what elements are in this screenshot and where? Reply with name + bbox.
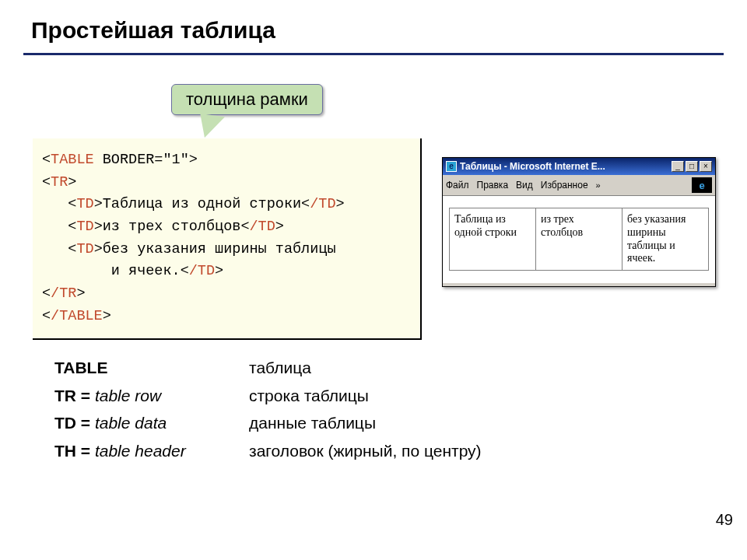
code-block: <TABLE BORDER="1"> <TR> <TD>Таблица из о… bbox=[33, 138, 422, 340]
browser-titlebar: e Таблицы - Microsoft Internet E... _ □ … bbox=[443, 158, 715, 175]
def-desc-1: строка таблицы bbox=[249, 382, 369, 410]
code-cell-1: Таблица из одной строки bbox=[103, 196, 301, 212]
attr-border: BORDER="1" bbox=[94, 152, 189, 168]
browser-window: e Таблицы - Microsoft Internet E... _ □ … bbox=[442, 157, 716, 287]
browser-statusbar bbox=[443, 282, 715, 286]
def-term-1: TR = bbox=[54, 387, 90, 404]
menu-edit[interactable]: Правка bbox=[477, 180, 509, 191]
slide-title: Простейшая таблица bbox=[31, 17, 275, 44]
maximize-button[interactable]: □ bbox=[686, 161, 698, 172]
list-item: TD = table data данные таблицы bbox=[54, 409, 482, 437]
window-buttons: _ □ × bbox=[672, 161, 712, 172]
def-term-2: TD = bbox=[54, 414, 90, 432]
close-button[interactable]: × bbox=[700, 161, 712, 172]
browser-viewport: Таблица из одной строки из трех столбцов… bbox=[443, 196, 715, 282]
menu-favorites[interactable]: Избранное bbox=[541, 180, 588, 191]
menu-more-icon[interactable]: » bbox=[596, 180, 601, 190]
table-cell-1: Таблица из одной строки bbox=[450, 208, 536, 271]
list-item: TR = table row строка таблицы bbox=[54, 382, 482, 410]
browser-menubar: Файл Правка Вид Избранное » e bbox=[443, 175, 715, 196]
title-rule bbox=[23, 53, 724, 55]
tag-td-open-2: TD bbox=[76, 219, 93, 235]
tag-td-close-2: /TD bbox=[250, 219, 275, 235]
tag-td-close-3: /TD bbox=[189, 263, 215, 279]
browser-title: Таблицы - Microsoft Internet E... bbox=[460, 161, 672, 172]
def-desc-2: данные таблицы bbox=[249, 409, 376, 437]
def-term-3: TH = bbox=[54, 442, 90, 460]
tag-td-open-1: TD bbox=[76, 196, 93, 212]
def-ital-3: table header bbox=[90, 442, 186, 460]
tag-td-close-1: /TD bbox=[310, 196, 335, 212]
callout-tail bbox=[197, 114, 225, 140]
code-cell-2: из трех столбцов bbox=[103, 219, 241, 235]
def-ital-1: table row bbox=[90, 387, 161, 404]
table-row: Таблица из одной строки из трех столбцов… bbox=[450, 208, 709, 271]
menu-view[interactable]: Вид bbox=[516, 180, 533, 191]
list-item: TH = table header заголовок (жирный, по … bbox=[54, 437, 482, 465]
ie-logo-icon: e bbox=[692, 177, 712, 193]
def-ital-2: table data bbox=[90, 414, 167, 432]
def-term-0: TABLE bbox=[54, 359, 107, 376]
def-desc-3: заголовок (жирный, по центру) bbox=[249, 437, 482, 465]
ie-icon: e bbox=[446, 161, 457, 172]
code-cell-3b: и ячеек. bbox=[111, 263, 181, 279]
tag-tr-open: TR bbox=[51, 174, 68, 191]
tag-td-open-3: TD bbox=[76, 241, 93, 257]
code-cell-3a: без указания ширины таблицы bbox=[103, 241, 336, 257]
list-item: TABLE таблица bbox=[54, 354, 482, 382]
callout-border-width: толщина рамки bbox=[171, 84, 323, 115]
definitions-list: TABLE таблица TR = table row строка табл… bbox=[54, 354, 482, 465]
page-number: 49 bbox=[716, 511, 733, 529]
menu-file[interactable]: Файл bbox=[446, 180, 469, 191]
tag-tr-close: /TR bbox=[51, 285, 76, 302]
tag-table-open: TABLE bbox=[51, 152, 94, 168]
minimize-button[interactable]: _ bbox=[672, 161, 684, 172]
tag-table-close: /TABLE bbox=[51, 308, 103, 324]
table-cell-3: без указания ширины таблицы и ячеек. bbox=[622, 208, 709, 271]
table-cell-2: из трех столбцов bbox=[536, 208, 622, 271]
def-desc-0: таблица bbox=[249, 354, 311, 382]
rendered-table: Таблица из одной строки из трех столбцов… bbox=[449, 208, 709, 271]
